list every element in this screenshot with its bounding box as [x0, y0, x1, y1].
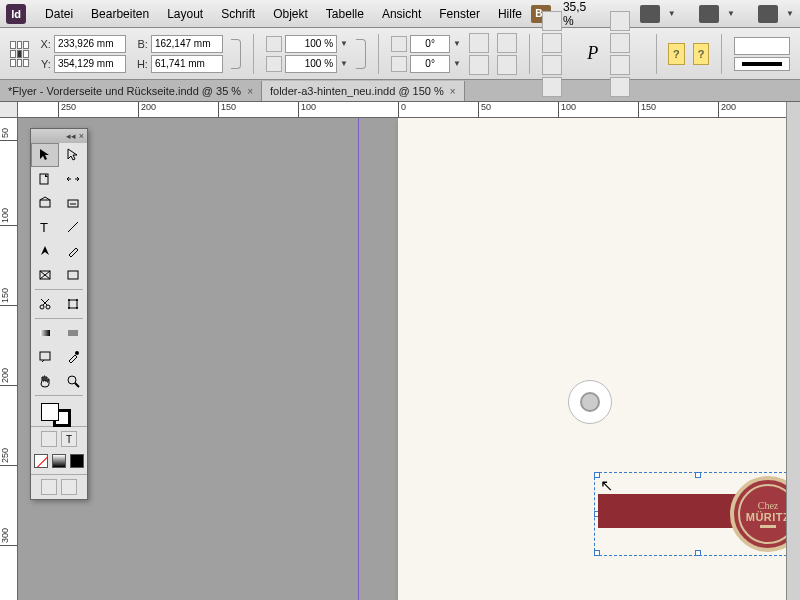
constrain-wh-icon[interactable]: [231, 39, 241, 69]
select-next-icon[interactable]: [542, 77, 562, 97]
type-tool[interactable]: T: [31, 215, 59, 239]
resize-handle[interactable]: [594, 550, 600, 556]
reference-point[interactable]: [10, 41, 29, 67]
formatting-text-icon[interactable]: T: [61, 431, 77, 447]
menu-fenster[interactable]: Fenster: [430, 7, 489, 21]
rotate-cw-icon[interactable]: [469, 55, 489, 75]
menu-bearbeiten[interactable]: Bearbeiten: [82, 7, 158, 21]
apply-gradient-icon[interactable]: [52, 454, 66, 468]
resize-handle[interactable]: [695, 472, 701, 478]
height-input[interactable]: 61,741 mm: [151, 55, 223, 73]
rotate-input[interactable]: 0°: [410, 35, 450, 53]
select-container-icon[interactable]: [542, 11, 562, 31]
flip-h-icon[interactable]: [497, 33, 517, 53]
effects-icon[interactable]: ?: [668, 43, 685, 65]
scale-y-dd-icon[interactable]: ▼: [340, 59, 348, 68]
scissors-tool[interactable]: [31, 292, 59, 316]
scale-x-dd-icon[interactable]: ▼: [340, 39, 348, 48]
right-panel-dock[interactable]: [786, 102, 800, 600]
menu-schrift[interactable]: Schrift: [212, 7, 264, 21]
pencil-tool[interactable]: [59, 239, 87, 263]
rotate-dd-icon[interactable]: ▼: [453, 39, 461, 48]
gradient-feather-tool[interactable]: [59, 321, 87, 345]
rectangle-frame-tool[interactable]: [31, 263, 59, 287]
view-mode-preview-icon[interactable]: [61, 479, 77, 495]
content-collector-tool[interactable]: [31, 191, 59, 215]
ruler-vertical[interactable]: 50100150200250300: [0, 118, 18, 600]
apply-none-icon[interactable]: [34, 454, 48, 468]
shear-input[interactable]: 0°: [410, 55, 450, 73]
ruler-origin[interactable]: [0, 102, 18, 118]
workspace-icon[interactable]: [758, 5, 778, 23]
ruler-tick: 50: [0, 128, 18, 141]
view-mode-normal-icon[interactable]: [41, 479, 57, 495]
shear-dd-icon[interactable]: ▼: [453, 59, 461, 68]
y-input[interactable]: 354,129 mm: [54, 55, 126, 73]
rectangle-tool[interactable]: [59, 263, 87, 287]
corner-options-icon[interactable]: ?: [693, 43, 710, 65]
ruler-tick: 100: [558, 102, 576, 118]
gap-tool[interactable]: [59, 167, 87, 191]
gradient-swatch-tool[interactable]: [31, 321, 59, 345]
note-tool[interactable]: [31, 345, 59, 369]
x-input[interactable]: 233,926 mm: [54, 35, 126, 53]
free-transform-tool[interactable]: [59, 292, 87, 316]
screen-mode-dropdown-icon[interactable]: ▼: [668, 9, 676, 18]
zoom-tool[interactable]: [59, 369, 87, 393]
fit-frame-icon[interactable]: [610, 33, 630, 53]
placed-object[interactable]: Chez MÜRITZ: [598, 476, 798, 552]
pen-tool[interactable]: [31, 239, 59, 263]
resize-handle[interactable]: [695, 550, 701, 556]
content-placer-tool[interactable]: [59, 191, 87, 215]
guide-line[interactable]: [358, 118, 359, 600]
scale-x-input[interactable]: 100 %: [285, 35, 337, 53]
menu-tabelle[interactable]: Tabelle: [317, 7, 373, 21]
stroke-weight-input[interactable]: [734, 37, 790, 55]
stroke-style-select[interactable]: [734, 57, 790, 71]
ruler-tick: 150: [0, 288, 18, 306]
fit-content-icon[interactable]: [610, 11, 630, 31]
scale-y-input[interactable]: 100 %: [285, 55, 337, 73]
tab-folder[interactable]: folder-a3-hinten_neu.indd @ 150 %×: [262, 81, 465, 101]
fill-stroke-swatches[interactable]: [31, 398, 87, 426]
select-content-icon[interactable]: [542, 33, 562, 53]
resize-handle[interactable]: [594, 472, 600, 478]
close-icon[interactable]: ×: [247, 86, 253, 97]
width-input[interactable]: 162,147 mm: [151, 35, 223, 53]
close-icon[interactable]: ×: [79, 131, 84, 141]
menu-ansicht[interactable]: Ansicht: [373, 7, 430, 21]
center-content-icon[interactable]: [610, 55, 630, 75]
page-tool[interactable]: [31, 167, 59, 191]
fill-swatch[interactable]: [41, 403, 59, 421]
hand-tool[interactable]: [31, 369, 59, 393]
formatting-container-icon[interactable]: [41, 431, 57, 447]
apply-color-icon[interactable]: [70, 454, 84, 468]
eyedropper-tool[interactable]: [59, 345, 87, 369]
fill-frame-icon[interactable]: [610, 77, 630, 97]
close-icon[interactable]: ×: [450, 86, 456, 97]
app-badge: Id: [6, 4, 26, 24]
arrange-dropdown-icon[interactable]: ▼: [727, 9, 735, 18]
svg-rect-8: [68, 271, 78, 279]
flip-v-icon[interactable]: [497, 55, 517, 75]
menu-datei[interactable]: Datei: [36, 7, 82, 21]
select-prev-icon[interactable]: [542, 55, 562, 75]
tools-panel: ◂◂ × T T: [30, 128, 88, 500]
collapse-icon[interactable]: ◂◂: [66, 131, 76, 141]
ruler-horizontal[interactable]: 250200150100050100150200250: [18, 102, 800, 118]
menu-objekt[interactable]: Objekt: [264, 7, 317, 21]
tab-flyer[interactable]: *Flyer - Vorderseite und Rückseite.indd …: [0, 81, 262, 101]
tools-panel-header[interactable]: ◂◂ ×: [31, 129, 87, 143]
canvas[interactable]: Chez MÜRITZ ↖: [18, 118, 800, 600]
paragraph-style-icon[interactable]: P: [583, 43, 602, 64]
direct-selection-tool[interactable]: [59, 143, 87, 167]
constrain-scale-icon[interactable]: [356, 39, 366, 69]
rotate-ccw-icon[interactable]: [469, 33, 489, 53]
line-tool[interactable]: [59, 215, 87, 239]
menu-layout[interactable]: Layout: [158, 7, 212, 21]
arrange-icon[interactable]: [699, 5, 719, 23]
svg-rect-17: [68, 330, 78, 336]
menu-hilfe[interactable]: Hilfe: [489, 7, 531, 21]
selection-tool[interactable]: [31, 143, 59, 167]
workspace-dropdown-icon[interactable]: ▼: [786, 9, 794, 18]
